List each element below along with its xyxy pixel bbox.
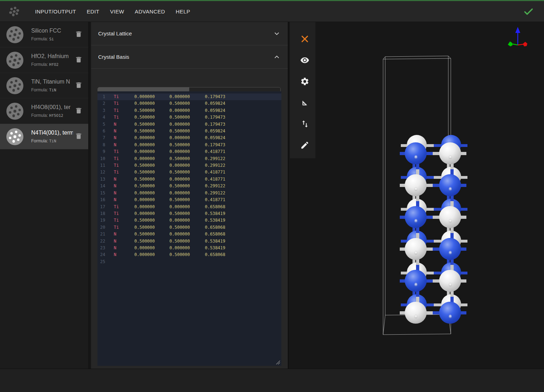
atom-n xyxy=(405,238,427,260)
material-formula: Formula: Si xyxy=(31,36,75,41)
formula-label: Formula: xyxy=(31,87,48,92)
basis-line-10: 10Ti0.0000000.5000000.299122 xyxy=(97,155,281,162)
atom-ti xyxy=(439,174,461,196)
visibility-icon xyxy=(300,56,309,65)
close-button[interactable] xyxy=(300,34,309,44)
menu-item-view[interactable]: VIEW xyxy=(105,8,129,15)
material-name: Silicon FCC xyxy=(31,28,73,34)
material-avatar-icon xyxy=(6,103,23,120)
basis-line-14: 14N0.5000000.5000000.299122 xyxy=(97,183,281,189)
atom-ti xyxy=(439,302,461,324)
basis-line-13: 13N0.5000000.0000000.418771 xyxy=(97,176,281,183)
material-item-4[interactable]: Hf4O8(001), terFormula: Hf5O12 xyxy=(0,98,88,124)
formula-value: TiN xyxy=(49,139,56,143)
basis-line-17: 17Ti0.0000000.0000000.658068 xyxy=(97,204,281,210)
menu-bar-items: INPUT/OUTPUTEDITVIEWADVANCEDHELP xyxy=(30,8,196,15)
section-title: Crystal Basis xyxy=(98,54,129,60)
delete-material-button[interactable] xyxy=(75,56,84,65)
menu-bar: INPUT/OUTPUTEDITVIEWADVANCEDHELP xyxy=(0,1,544,22)
basis-line-1: 1Ti0.0000000.0000000.179473 xyxy=(97,93,281,100)
section-crystal-basis[interactable]: Crystal Basis xyxy=(91,45,288,69)
basis-line-3: 3Ti0.5000000.0000000.059824 xyxy=(97,107,281,114)
formula-value: TiN xyxy=(49,88,56,92)
material-avatar-icon xyxy=(6,77,23,94)
delete-material-button[interactable] xyxy=(75,81,84,90)
confirm-check-button[interactable] xyxy=(523,6,534,17)
menu-item-edit[interactable]: EDIT xyxy=(82,8,105,15)
basis-line-18: 18Ti0.0000000.5000000.538419 xyxy=(97,210,281,217)
basis-lines: 1Ti0.0000000.0000000.1794732Ti0.0000000.… xyxy=(97,93,281,265)
material-formula: Formula: TiN xyxy=(31,87,75,92)
material-name: TiN, Titanium N xyxy=(31,79,73,85)
settings-button[interactable] xyxy=(300,77,309,86)
basis-line-9: 9Ti0.0000000.0000000.418771 xyxy=(97,148,281,155)
material-editor-panel: Crystal Lattice Crystal Basis CRYSTAL UN… xyxy=(91,22,289,369)
atom-n xyxy=(405,174,427,196)
material-formula: Formula: TiN xyxy=(31,138,75,143)
basis-line-22: 22N0.5000000.5000000.538419 xyxy=(97,238,281,245)
material-name: HfO2, Hafnium xyxy=(31,53,73,59)
menu-item-advanced[interactable]: ADVANCED xyxy=(129,8,170,15)
formula-label: Formula: xyxy=(31,113,48,118)
materials-designer-app: INPUT/OUTPUTEDITVIEWADVANCEDHELP Silicon… xyxy=(0,0,544,392)
delete-material-button[interactable] xyxy=(75,30,84,39)
atom-ti xyxy=(405,142,427,164)
menu-item-input-output[interactable]: INPUT/OUTPUT xyxy=(30,8,82,15)
material-formula: Formula: Hf5O12 xyxy=(31,113,75,118)
basis-line-23: 23N0.0000000.0000000.538419 xyxy=(97,245,281,251)
material-name: Hf4O8(001), ter xyxy=(31,104,73,110)
material-item-3[interactable]: TiN, Titanium NFormula: TiN xyxy=(0,73,88,98)
basis-line-19: 19Ti0.5000000.0000000.538419 xyxy=(97,217,281,224)
measure-button[interactable] xyxy=(300,98,309,107)
close-icon xyxy=(300,34,309,44)
atom-n xyxy=(439,206,461,228)
import-export-icon xyxy=(300,119,309,129)
formula-label: Formula: xyxy=(31,36,48,41)
edit-button[interactable] xyxy=(300,141,309,150)
visibility-button[interactable] xyxy=(300,56,309,65)
basis-coordinates-editor[interactable]: 1Ti0.0000000.0000000.1794732Ti0.0000000.… xyxy=(97,91,281,366)
atom-ti xyxy=(439,238,461,260)
section-crystal-lattice[interactable]: Crystal Lattice xyxy=(91,22,288,45)
formula-label: Formula: xyxy=(31,138,48,143)
material-item-2[interactable]: HfO2, HafniumFormula: HfO2 xyxy=(0,47,88,73)
materials-list-sidebar: Silicon FCCFormula: SiHfO2, HafniumFormu… xyxy=(0,22,90,369)
atom-ti xyxy=(405,206,427,228)
basis-line-5: 5N0.5000000.0000000.179473 xyxy=(97,121,281,128)
basis-line-15: 15N0.0000000.0000000.299122 xyxy=(97,190,281,197)
formula-value: Hf5O12 xyxy=(49,113,63,118)
settings-icon xyxy=(300,77,309,86)
viewer-toolbar xyxy=(290,22,315,158)
basis-line-4: 4Ti0.5000000.5000000.179473 xyxy=(97,114,281,121)
basis-line-7: 7N0.0000000.0000000.059824 xyxy=(97,135,281,141)
measure-icon xyxy=(300,98,309,107)
basis-line-12: 12Ti0.5000000.5000000.418771 xyxy=(97,169,281,176)
formula-value: Si xyxy=(49,37,54,41)
material-avatar-icon xyxy=(6,26,23,43)
basis-line-11: 11Ti0.5000000.0000000.299122 xyxy=(97,162,281,169)
menu-item-help[interactable]: HELP xyxy=(170,8,196,15)
atomic-structure xyxy=(290,22,544,369)
basis-line-21: 21N0.5000000.0000000.658068 xyxy=(97,231,281,238)
material-item-5[interactable]: N4Ti4(001), termFormula: TiN xyxy=(0,124,88,149)
atom-ti xyxy=(405,270,427,292)
material-avatar-icon xyxy=(6,52,23,69)
basis-line-8: 8N0.0000000.5000000.179473 xyxy=(97,142,281,148)
chevron-down-icon xyxy=(273,30,281,38)
material-avatar-icon xyxy=(6,128,23,145)
basis-line-2: 2Ti0.0000000.5000000.059824 xyxy=(97,100,281,107)
material-formula: Formula: HfO2 xyxy=(31,62,75,67)
basis-line-24: 24N0.0000000.5000000.658068 xyxy=(97,251,281,258)
editor-resize-handle[interactable] xyxy=(276,360,280,364)
formula-label: Formula: xyxy=(31,62,48,67)
import-export-button[interactable] xyxy=(300,119,309,129)
atom-n xyxy=(439,270,461,292)
3d-structure-viewer[interactable] xyxy=(290,22,544,369)
material-item-1[interactable]: Silicon FCCFormula: Si xyxy=(0,22,88,47)
delete-material-button[interactable] xyxy=(75,107,84,116)
app-logo-icon xyxy=(8,5,21,18)
delete-material-button[interactable] xyxy=(75,132,84,141)
atom-n xyxy=(439,142,461,164)
bottom-bar xyxy=(0,369,544,392)
material-name: N4Ti4(001), term xyxy=(31,130,73,136)
